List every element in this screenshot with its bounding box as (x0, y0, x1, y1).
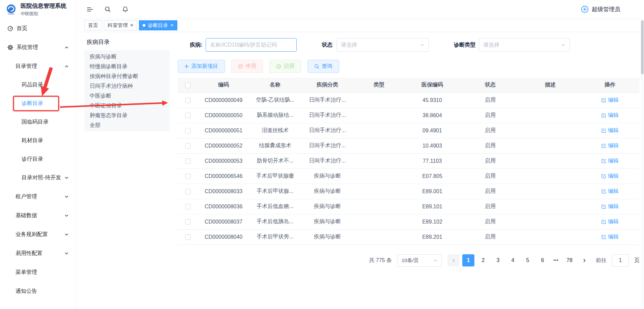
close-icon[interactable]: × (170, 23, 173, 28)
row-checkbox[interactable] (185, 113, 191, 118)
sidebar-item[interactable]: 业务规则配置 (0, 225, 76, 244)
catalog-item[interactable]: 中医证候目录 (84, 101, 170, 110)
cell-category: 日间手术治疗... (301, 108, 354, 123)
close-icon[interactable]: × (130, 23, 133, 28)
row-checkbox[interactable] (185, 128, 191, 133)
page-button[interactable]: 3 (492, 254, 504, 266)
cell-description (520, 138, 580, 153)
chevron-down-icon (420, 43, 425, 47)
catalog-item[interactable]: 疾病与诊断 (84, 52, 170, 61)
sidebar-item[interactable]: 诊断目录 (0, 94, 76, 113)
hospital-logo-icon (5, 3, 18, 16)
prev-page-button[interactable] (447, 254, 460, 266)
cell-status: 启用 (460, 229, 520, 244)
tab[interactable]: 诊断目录× (139, 20, 177, 30)
edit-icon (601, 234, 606, 239)
column-header: 名称 (249, 78, 301, 93)
sidebar-item[interactable]: 国临码目录 (0, 113, 76, 131)
cell-insurance-code: E89.201 (404, 229, 460, 244)
row-checkbox[interactable] (185, 158, 191, 164)
cell-actions: 编辑 (580, 229, 640, 244)
edit-icon (601, 189, 606, 194)
column-header: 类型 (354, 78, 404, 93)
catalog-item[interactable]: 肿瘤形态学目录 (84, 110, 170, 120)
page-button[interactable]: 4 (507, 254, 519, 266)
sidebar-item[interactable]: 基础数据 (0, 206, 76, 225)
next-page-button[interactable] (578, 254, 590, 266)
bell-icon[interactable] (122, 6, 128, 12)
sidebar-item[interactable]: 菜单管理 (0, 263, 76, 282)
disease-search-input[interactable] (206, 38, 297, 52)
row-checkbox[interactable] (185, 219, 191, 225)
chevron-left-icon (451, 258, 456, 263)
cell-code: CD0000008040 (198, 229, 249, 244)
tab-bar: 首页科室管理×诊断目录× (77, 19, 644, 32)
edit-button[interactable]: 编辑 (601, 112, 619, 119)
edit-button[interactable]: 编辑 (601, 188, 619, 195)
add-item-button[interactable]: 添加新项目 (178, 60, 225, 73)
row-checkbox[interactable] (185, 143, 191, 149)
page-button[interactable]: 2 (477, 254, 489, 266)
edit-button[interactable]: 编辑 (601, 203, 619, 210)
check-circle-icon (276, 64, 281, 69)
disable-button[interactable]: 停用 (231, 60, 263, 73)
sidebar-item[interactable]: 系统管理 (0, 38, 76, 57)
user-area[interactable]: 超级管理员 (581, 5, 620, 13)
tab[interactable]: 科室管理× (104, 20, 137, 30)
catalog-item[interactable]: 特慢病诊断目录 (84, 61, 170, 71)
catalog-item[interactable]: 按病种目录付费诊断 (84, 71, 170, 81)
row-checkbox[interactable] (185, 189, 191, 194)
sidebar-item-label: 菜单管理 (16, 269, 37, 276)
catalog-item[interactable]: 中医诊断 (84, 91, 170, 101)
cell-insurance-code: E89.101 (404, 199, 460, 214)
row-checkbox[interactable] (185, 204, 191, 209)
sidebar-item[interactable]: 通知公告 (0, 282, 76, 301)
sidebar-item[interactable]: 药品目录 (0, 76, 76, 94)
sidebar: 医院信息管理系统 中联医院 首页系统管理目录管理药品目录诊断目录国临码目录耗材目… (0, 0, 77, 309)
page-ellipsis[interactable]: ••• (551, 258, 561, 263)
edit-button[interactable]: 编辑 (601, 157, 619, 164)
goto-page-input[interactable] (612, 254, 629, 267)
row-checkbox[interactable] (185, 234, 191, 240)
cell-actions: 编辑 (580, 153, 640, 169)
cell-insurance-code: E07.805 (404, 169, 460, 184)
sidebar-item[interactable]: 目录管理 (0, 57, 76, 76)
tab[interactable]: 首页 (84, 20, 102, 30)
select-all-checkbox[interactable] (185, 83, 191, 88)
cell-select (178, 199, 198, 214)
edit-button[interactable]: 编辑 (601, 97, 619, 104)
sidebar-item[interactable]: 诊疗目录 (0, 150, 76, 169)
scrollbar-thumb[interactable] (641, 20, 644, 74)
sidebar-item[interactable]: 易用性配置 (0, 244, 76, 263)
edit-button[interactable]: 编辑 (601, 142, 619, 149)
search-icon[interactable] (105, 6, 111, 12)
row-checkbox[interactable] (185, 98, 191, 103)
page-button[interactable]: 6 (536, 254, 549, 266)
sidebar-item-label: 国临码目录 (22, 119, 49, 126)
cell-description (520, 229, 580, 244)
sidebar-item[interactable]: 租户管理 (0, 187, 76, 206)
cell-select (178, 229, 198, 244)
diagnosis-type-select[interactable]: 请选择 (479, 38, 570, 52)
sidebar-item[interactable]: 耗材目录 (0, 131, 76, 150)
status-select[interactable]: 请选择 (336, 38, 429, 52)
sidebar-item[interactable]: 首页 (0, 19, 76, 38)
cell-actions: 编辑 (580, 199, 640, 214)
edit-button[interactable]: 编辑 (601, 218, 619, 225)
edit-button[interactable]: 编辑 (601, 233, 619, 240)
edit-icon (601, 98, 606, 103)
page-button[interactable]: 1 (462, 254, 474, 266)
page-button[interactable]: 78 (563, 254, 576, 266)
logo-text: 医院信息管理系统 中联医院 (21, 2, 66, 17)
page-size-select[interactable]: 10条/页 (397, 254, 442, 267)
edit-button[interactable]: 编辑 (601, 173, 619, 180)
hamburger-icon[interactable] (87, 7, 93, 12)
query-button[interactable]: 查询 (308, 60, 339, 73)
catalog-item[interactable]: 日间手术治疗病种 (84, 81, 170, 91)
row-checkbox[interactable] (185, 174, 191, 179)
enable-button[interactable]: 启用 (269, 60, 301, 73)
sidebar-item[interactable]: 目录对照-待开发 (0, 169, 76, 187)
edit-button[interactable]: 编辑 (601, 127, 619, 134)
page-button[interactable]: 5 (522, 254, 534, 266)
catalog-item[interactable]: 全部 (84, 120, 170, 130)
